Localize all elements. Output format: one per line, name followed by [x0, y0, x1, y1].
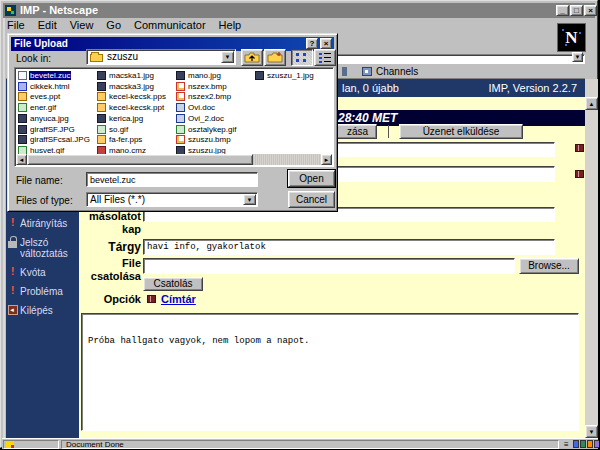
up-one-level-button[interactable]	[241, 49, 263, 66]
file-item[interactable]: cikkek.html	[17, 81, 96, 92]
file-item[interactable]: giraffSF.JPG	[17, 124, 96, 135]
file-name: anyuca.jpg	[29, 114, 70, 123]
scroll-up-icon[interactable]	[585, 97, 598, 110]
mailbox-icon[interactable]	[580, 440, 586, 448]
file-item[interactable]: kecel-kecsk.ppt	[96, 102, 175, 113]
browse-button[interactable]: Browse...	[519, 258, 579, 274]
scroll-down-icon[interactable]	[585, 425, 598, 438]
file-name-input[interactable]	[86, 172, 258, 187]
file-item[interactable]: mano.jpg	[175, 70, 254, 81]
open-button[interactable]: Open	[288, 170, 335, 187]
cancel-button[interactable]: Cancel	[288, 191, 335, 208]
file-item[interactable]: fa-fer.pps	[96, 135, 175, 146]
page-scrollbar[interactable]	[585, 79, 598, 438]
sidebar-item[interactable]: Átirányítás	[8, 218, 79, 229]
menu-bar: FileEditViewGoCommunicatorHelp	[7, 19, 595, 32]
file-item[interactable]: kerica.jpg	[96, 113, 175, 124]
window-titlebar[interactable]: IMP - Netscape _ □ ×	[3, 3, 595, 18]
menu-item[interactable]: Go	[106, 19, 121, 32]
file-item[interactable]: nszex2.bmp	[175, 92, 254, 103]
menu-item[interactable]: Help	[219, 19, 242, 32]
file-item[interactable]: szuszu.bmp	[175, 135, 254, 146]
date-fragment: 28:40 MET	[338, 111, 397, 125]
addressbook-icon[interactable]	[575, 170, 584, 178]
files-of-type-combobox[interactable]: All Files (*.*)	[86, 192, 258, 207]
file-item[interactable]: macska3.jpg	[96, 81, 175, 92]
file-item[interactable]: so.gif	[96, 124, 175, 135]
sidebar-item[interactable]: Kvóta	[8, 267, 79, 278]
sidebar-item-icon	[8, 305, 18, 315]
security-status-box[interactable]	[3, 440, 59, 449]
details-view-button[interactable]	[314, 49, 336, 66]
file-type-icon	[18, 71, 27, 80]
message-body[interactable]	[81, 313, 579, 431]
maximize-button[interactable]: □	[570, 5, 583, 16]
file-name: giraffSFcsal.JPG	[29, 135, 91, 144]
file-type-icon	[97, 125, 106, 134]
location-dropdown-icon[interactable]: ▼	[572, 52, 583, 62]
file-name: cikkek.html	[29, 82, 71, 91]
file-item[interactable]: kecel-kecsk.pps	[96, 92, 175, 103]
file-name: nszex2.bmp	[187, 92, 232, 101]
menu-item[interactable]: File	[7, 19, 25, 32]
file-item[interactable]: nszex.bmp	[175, 81, 254, 92]
file-type-icon	[18, 82, 27, 91]
minimize-button[interactable]: _	[556, 5, 569, 16]
look-in-combobox[interactable]: szuszu	[86, 49, 236, 65]
menu-item[interactable]: View	[70, 19, 94, 32]
subject-input[interactable]	[143, 239, 555, 255]
navigator-icon[interactable]	[573, 440, 579, 448]
composer-icon[interactable]	[587, 440, 593, 448]
menu-item[interactable]: Edit	[38, 19, 57, 32]
file-item[interactable]: Ovi.doc	[175, 102, 254, 113]
scroll-right-icon[interactable]	[321, 154, 332, 165]
addressbook-link[interactable]: Címtár	[161, 293, 196, 305]
look-in-value: szuszu	[107, 50, 138, 64]
cc-label: másolatot kap	[79, 210, 141, 236]
attach-button[interactable]: Csatolás	[143, 277, 203, 291]
list-view-icon	[294, 51, 310, 64]
look-in-label: Look in:	[16, 53, 51, 64]
close-button[interactable]: ×	[584, 5, 597, 16]
list-view-button[interactable]	[291, 49, 313, 66]
component-bar-handle[interactable]: ≡	[564, 440, 569, 449]
file-item[interactable]: anyuca.jpg	[17, 113, 96, 124]
attachment-input[interactable]	[143, 258, 515, 274]
sidebar-item-label: Átirányítás	[20, 218, 76, 229]
file-type-icon	[176, 135, 185, 144]
browser-window: IMP - Netscape _ □ × FileEditViewGoCommu…	[0, 0, 598, 448]
scroll-left-icon[interactable]	[16, 154, 27, 165]
file-item[interactable]: ener.gif	[17, 102, 96, 113]
sidebar-item[interactable]: Kilépés	[8, 305, 79, 316]
bookmark-channels[interactable]: Channels	[376, 66, 418, 77]
dialog-help-button[interactable]: ?	[306, 38, 318, 49]
sidebar-item[interactable]: Jelszó változtatás	[8, 237, 79, 259]
file-type-icon	[255, 71, 264, 80]
button-separator	[388, 125, 389, 138]
addressbook-icon[interactable]	[575, 144, 584, 152]
file-type-icon	[97, 82, 106, 91]
file-item[interactable]: eves.ppt	[17, 92, 96, 103]
netscape-app-icon	[5, 5, 16, 16]
send-message-button[interactable]: Üzenet elküldése	[399, 124, 523, 139]
file-list-hscrollbar[interactable]	[16, 154, 332, 165]
file-type-icon	[97, 103, 106, 112]
folder-icon	[90, 54, 103, 62]
combo-dropdown-icon[interactable]	[221, 51, 234, 63]
netscape-logo[interactable]: N	[557, 23, 586, 52]
combo-dropdown-icon[interactable]	[243, 194, 256, 205]
security-icon	[6, 441, 14, 448]
file-item[interactable]: szuszu_1.jpg	[254, 70, 331, 81]
menu-item[interactable]: Communicator	[134, 19, 206, 32]
file-item[interactable]: macska1.jpg	[96, 70, 175, 81]
file-item[interactable]: osztalykep.gif	[175, 124, 254, 135]
file-item[interactable]: giraffSFcsal.JPG	[17, 135, 96, 146]
file-item[interactable]: Ovi_2.doc	[175, 113, 254, 124]
dialog-close-button[interactable]: ×	[320, 38, 332, 49]
file-item[interactable]: bevetel.zuc	[17, 70, 96, 81]
file-type-icon	[97, 92, 106, 101]
sidebar-item[interactable]: Probléma	[8, 286, 79, 297]
file-type-icon	[18, 103, 27, 112]
new-folder-button[interactable]	[264, 49, 286, 66]
hscroll-thumb[interactable]	[27, 154, 253, 165]
